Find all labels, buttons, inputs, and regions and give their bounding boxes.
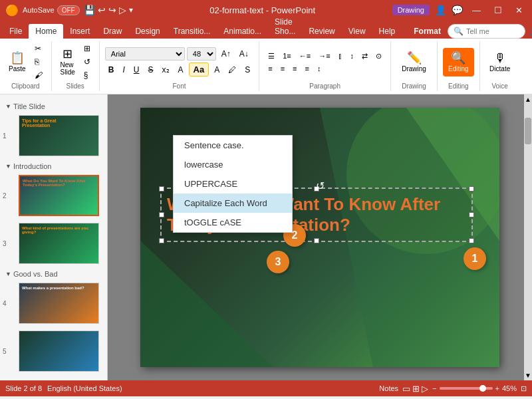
status-left: Slide 2 of 8 English (United States) — [5, 384, 122, 392]
scroll-up-btn[interactable]: ▲ — [523, 94, 532, 104]
share-btn[interactable]: 👤 — [529, 27, 532, 36]
tab-transitions[interactable]: Transitio... — [167, 24, 217, 39]
tab-home[interactable]: Home — [29, 24, 63, 39]
cut-button[interactable]: ✂ — [31, 43, 46, 55]
decrease-font-button[interactable]: A↓ — [236, 48, 252, 60]
minimize-btn[interactable]: — — [468, 4, 485, 17]
case-lowercase[interactable]: lowercase — [174, 155, 292, 174]
case-capitalize[interactable]: Capitalize Each Word — [174, 194, 292, 213]
bullets-button[interactable]: ☰ — [265, 51, 278, 62]
tab-file[interactable]: File — [3, 24, 29, 39]
tab-draw[interactable]: Draw — [96, 24, 128, 39]
highlight-button[interactable]: 🖊 — [225, 64, 239, 76]
present-icon[interactable]: ▷ — [119, 5, 126, 15]
badge-1: 1 — [464, 247, 486, 270]
slide-5-wrapper: 5 — [15, 329, 103, 374]
tab-slideshow[interactable]: Slide Sho... — [268, 15, 302, 39]
columns-button[interactable]: ⫿ — [335, 51, 346, 62]
align-text-button[interactable]: ⇄ — [358, 51, 371, 62]
font-name-select[interactable]: Arial — [105, 47, 185, 61]
copy-button[interactable]: ⎘ — [31, 56, 46, 68]
tell-me-input[interactable] — [466, 27, 519, 35]
change-case-button[interactable]: Aa — [189, 63, 209, 76]
tab-animations[interactable]: Animatio... — [217, 24, 268, 39]
redo-icon[interactable]: ↪ — [108, 5, 116, 15]
increase-indent-button[interactable]: →≡ — [315, 51, 333, 62]
case-toggle[interactable]: tOGGLE cASE — [174, 213, 292, 232]
tab-view[interactable]: View — [342, 24, 372, 39]
slide-thumb-3[interactable]: What kind of presentations are you givin… — [19, 223, 99, 264]
voice-group: 🎙 Dictate Voice — [480, 41, 520, 91]
zoom-out-btn[interactable]: − — [432, 384, 436, 392]
font-size-select[interactable]: 48 — [187, 47, 216, 61]
slide-3-wrapper: 3 What kind of presentations are you giv… — [15, 221, 103, 266]
tab-insert[interactable]: Insert — [63, 24, 96, 39]
fit-page-btn[interactable]: ⊡ — [521, 384, 527, 393]
decrease-indent-button[interactable]: ←≡ — [296, 51, 314, 62]
drawing-group: ✏️ Drawing Drawing — [391, 41, 438, 91]
format-painter-button[interactable]: 🖌 — [31, 69, 46, 81]
tab-review[interactable]: Review — [302, 24, 341, 39]
section-goodvsbad[interactable]: ▼ Good vs. Bad — [0, 267, 107, 279]
layout-button[interactable]: ⊞ — [80, 43, 94, 55]
font-color-button[interactable]: A — [211, 64, 223, 76]
italic-button[interactable]: I — [120, 64, 128, 76]
view-normal-btn[interactable]: ▭ — [402, 384, 410, 394]
align-left-button[interactable]: ≡ — [265, 63, 275, 74]
strikethrough-button[interactable]: S — [145, 64, 157, 76]
slide-thumb-4[interactable]: What makes a presentation bad? — [19, 283, 99, 324]
editing-button[interactable]: 🔍 Editing — [443, 48, 474, 76]
tell-me-box[interactable]: 🔍 — [448, 24, 525, 39]
handle-top-left[interactable] — [159, 186, 164, 192]
change-case-dropdown: Sentence case. lowercase UPPERCASE Capit… — [173, 135, 293, 233]
section-introduction[interactable]: ▼ Introduction — [0, 160, 107, 172]
case-sentence[interactable]: Sentence case. — [174, 136, 292, 155]
vertical-scrollbar[interactable]: ▲ ▼ — [524, 94, 532, 380]
maximize-btn[interactable]: ☐ — [490, 4, 506, 17]
slide-thumb-2[interactable]: What Do You Want To Know After Today's P… — [19, 175, 99, 216]
convert-smartart-button[interactable]: ⊙ — [372, 51, 385, 62]
view-reading-btn[interactable]: ▷ — [422, 384, 428, 394]
tab-help[interactable]: Help — [372, 24, 402, 39]
text-direction-button[interactable]: ↕ — [347, 51, 358, 62]
save-icon[interactable]: 💾 — [84, 5, 95, 15]
new-slide-button[interactable]: ⊞ NewSlide — [57, 46, 78, 78]
handle-mid-left[interactable] — [159, 212, 164, 217]
zoom-slider[interactable] — [440, 387, 493, 390]
share-icon[interactable]: 👤 — [435, 5, 446, 15]
underline-button[interactable]: U — [130, 64, 143, 76]
scroll-down-btn[interactable]: ▼ — [523, 370, 532, 380]
justify-button[interactable]: ≡ — [301, 63, 312, 74]
clear-formatting-button[interactable]: A — [175, 64, 187, 76]
tab-format[interactable]: Format — [407, 24, 448, 39]
line-spacing-button[interactable]: ↕ — [314, 63, 325, 74]
align-center-button[interactable]: ≡ — [277, 63, 288, 74]
undo-icon[interactable]: ↩ — [98, 5, 106, 15]
more-icon[interactable]: ▾ — [129, 5, 133, 15]
notes-btn[interactable]: Notes — [379, 384, 398, 392]
increase-font-button[interactable]: A↑ — [218, 48, 234, 60]
shadow-button[interactable]: S — [241, 64, 253, 76]
case-uppercase[interactable]: UPPERCASE — [174, 174, 292, 194]
numbering-button[interactable]: 1≡ — [279, 51, 295, 62]
dictate-button[interactable]: 🎙 Dictate — [486, 50, 513, 74]
paste-button[interactable]: 📋 Paste — [5, 50, 29, 74]
slide-thumb-5[interactable] — [19, 331, 99, 372]
scroll-thumb[interactable] — [525, 118, 531, 144]
slide-thumb-1[interactable]: Tips for a GreatPresentation — [19, 115, 99, 156]
ribbon-tabs: File Home Insert Draw Design Transitio..… — [0, 20, 532, 39]
subscript-button[interactable]: x₂ — [159, 64, 173, 76]
drawing-button[interactable]: ✏️ Drawing — [398, 50, 430, 74]
comments-icon[interactable]: 💬 — [452, 5, 463, 15]
close-btn[interactable]: ✕ — [511, 4, 527, 17]
reset-button[interactable]: ↺ — [80, 56, 94, 68]
view-slide-sorter-btn[interactable]: ⊞ — [412, 384, 420, 394]
autosave-toggle[interactable]: OFF — [57, 5, 80, 15]
align-right-button[interactable]: ≡ — [289, 63, 300, 74]
tab-design[interactable]: Design — [128, 24, 166, 39]
rotate-handle[interactable]: ↺ — [316, 180, 325, 192]
zoom-in-btn[interactable]: + — [495, 384, 499, 392]
bold-button[interactable]: B — [105, 64, 118, 76]
section-title-slide[interactable]: ▼ Title Slide — [0, 100, 107, 112]
section-button[interactable]: § — [80, 69, 94, 81]
